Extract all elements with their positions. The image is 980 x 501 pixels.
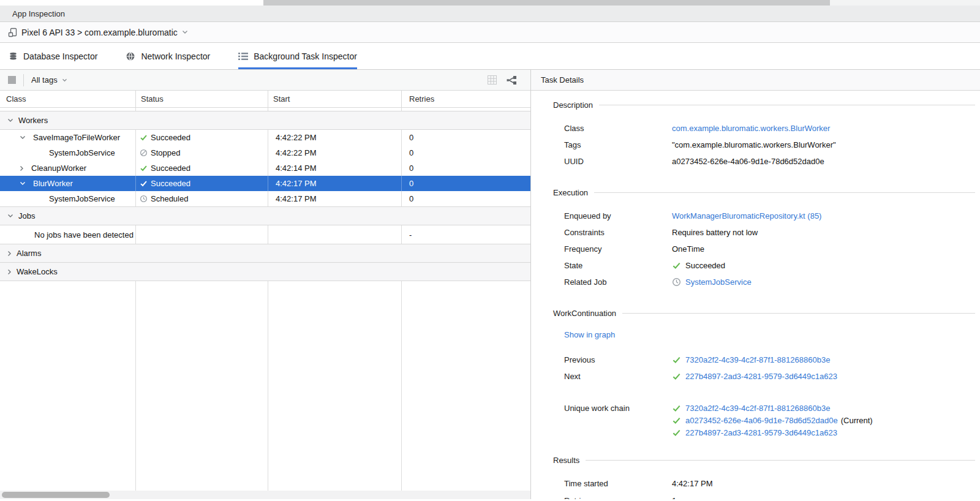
detail-row-constraints: Constraints Requires battery not low <box>553 224 975 241</box>
succeeded-icon <box>672 404 681 413</box>
group-label: WakeLocks <box>17 267 58 276</box>
worker-status: Succeeded <box>151 179 190 188</box>
table-toolbar: All tags <box>0 70 530 91</box>
table-row[interactable]: CleanupWorker Succeeded 4:42:14 PM 0 <box>0 160 530 176</box>
succeeded-icon <box>672 261 681 270</box>
group-row-workers[interactable]: Workers <box>0 111 530 130</box>
tab-network-inspector[interactable]: Network Inspector <box>126 43 210 69</box>
frequency-value: OneTime <box>672 244 704 254</box>
detail-row-state: State Succeeded <box>553 257 975 274</box>
horizontal-scrollbar[interactable] <box>0 491 530 499</box>
worker-retries: 0 <box>402 176 530 191</box>
stop-inspection-button[interactable] <box>8 76 16 84</box>
scheduled-icon <box>672 277 681 287</box>
detail-key: UUID <box>564 157 672 166</box>
group-row-jobs[interactable]: Jobs <box>0 206 530 225</box>
chevron-down-icon <box>20 135 26 140</box>
section-label: Description <box>553 100 599 110</box>
chevron-right-icon <box>7 269 12 275</box>
device-icon <box>8 28 18 37</box>
detail-key: Next <box>564 372 672 381</box>
section-label: Execution <box>553 188 594 197</box>
worker-class: SaveImageToFileWorker <box>33 133 120 142</box>
chain-uuid-link[interactable]: a0273452-626e-4a06-9d1e-78d6d52dad0e <box>685 416 838 425</box>
detail-key: Frequency <box>564 244 672 254</box>
succeeded-icon <box>672 428 681 437</box>
group-label: Jobs <box>18 211 35 220</box>
empty-jobs-retries: - <box>402 225 530 244</box>
section-label: Results <box>553 456 586 465</box>
worker-class: BlurWorker <box>33 179 73 188</box>
device-process-selector[interactable]: Pixel 6 API 33 > com.example.bluromatic <box>0 22 980 43</box>
state-value: Succeeded <box>685 261 725 270</box>
detail-key: Constraints <box>564 228 672 237</box>
class-link[interactable]: com.example.bluromatic.workers.BlurWorke… <box>672 124 830 133</box>
detail-key: Tags <box>564 140 672 149</box>
chain-uuid-link[interactable]: 7320a2f2-4c39-4c2f-87f1-881268860b3e <box>685 404 830 413</box>
detail-row-related-job: Related Job SystemJobService <box>553 274 975 290</box>
table-row[interactable]: SystemJobService Scheduled 4:42:17 PM 0 <box>0 191 530 206</box>
worker-class: CleanupWorker <box>31 164 86 173</box>
globe-icon <box>126 51 135 61</box>
tags-value: "com.example.bluromatic.workers.BlurWork… <box>672 140 836 149</box>
group-row-alarms[interactable]: Alarms <box>0 244 530 263</box>
column-header-class[interactable]: Class <box>0 91 136 107</box>
tab-database-inspector[interactable]: Database Inspector <box>9 43 97 69</box>
chain-row: 227b4897-2ad3-4281-9579-3d6449c1a623 <box>553 426 975 439</box>
detail-row-class: Class com.example.bluromatic.workers.Blu… <box>553 120 975 137</box>
tab-background-task-inspector[interactable]: Background Task Inspector <box>238 43 357 69</box>
tab-label: Network Inspector <box>141 51 210 61</box>
worker-retries: 0 <box>402 130 530 145</box>
graph-view-button[interactable] <box>507 75 517 85</box>
scheduled-icon <box>140 195 148 203</box>
chain-uuid-link[interactable]: 227b4897-2ad3-4281-9579-3d6449c1a623 <box>685 428 837 437</box>
worker-retries: 0 <box>402 191 530 206</box>
uuid-value: a0273452-626e-4a06-9d1e-78d6d52dad0e <box>672 157 824 166</box>
detail-row-tags: Tags "com.example.bluromatic.workers.Blu… <box>553 137 975 153</box>
worker-status: Succeeded <box>151 164 190 173</box>
previous-uuid-link[interactable]: 7320a2f2-4c39-4c2f-87f1-881268860b3e <box>685 355 830 364</box>
worker-class: SystemJobService <box>49 148 115 157</box>
task-details-panel: Task Details Description Class com.examp… <box>531 70 980 499</box>
detail-key: Related Job <box>564 277 672 287</box>
detail-row-enqueued-by: Enqueued by WorkManagerBluromaticReposit… <box>553 208 975 224</box>
scrollbar-thumb[interactable] <box>2 492 110 498</box>
related-job-link[interactable]: SystemJobService <box>685 277 752 287</box>
worker-retries: 0 <box>402 160 530 176</box>
group-row-wakelocks[interactable]: WakeLocks <box>0 262 530 281</box>
current-marker: (Current) <box>841 416 873 425</box>
column-header-retries[interactable]: Retries <box>402 91 530 107</box>
enqueued-by-link[interactable]: WorkManagerBluromaticRepository.kt (85) <box>672 211 821 220</box>
database-icon <box>9 51 18 61</box>
section-rule <box>599 105 975 105</box>
table-row[interactable]: SaveImageToFileWorker Succeeded 4:42:22 … <box>0 130 530 145</box>
detail-key: State <box>564 261 672 270</box>
task-list-icon <box>238 52 248 61</box>
column-header-status[interactable]: Status <box>136 91 268 107</box>
table-view-icon <box>488 75 497 85</box>
next-uuid-link[interactable]: 227b4897-2ad3-4281-9579-3d6449c1a623 <box>685 372 837 381</box>
empty-jobs-text: No jobs have been detected <box>0 225 136 244</box>
show-in-graph-link[interactable]: Show in graph <box>564 330 615 339</box>
table-view-button[interactable] <box>488 75 497 85</box>
detail-row-next: Next 227b4897-2ad3-4281-9579-3d6449c1a62… <box>553 368 975 385</box>
toolbar-separator <box>23 74 24 86</box>
tab-label: Background Task Inspector <box>254 51 357 61</box>
worker-retries: 0 <box>402 145 530 160</box>
table-row[interactable]: SystemJobService Stopped 4:42:22 PM 0 <box>0 145 530 160</box>
tool-window-title: App Inspection <box>12 9 65 18</box>
succeeded-icon <box>672 355 681 364</box>
column-header-start[interactable]: Start <box>268 91 402 107</box>
detail-key: Class <box>564 124 672 133</box>
detail-row-frequency: Frequency OneTime <box>553 241 975 257</box>
section-results: Results <box>553 456 975 465</box>
stopped-icon <box>140 149 148 157</box>
detail-key: Retries <box>564 496 672 499</box>
detail-key: Unique work chain <box>564 404 672 413</box>
worker-start: 4:42:22 PM <box>268 145 402 160</box>
worker-start: 4:42:17 PM <box>268 176 402 191</box>
task-table-panel: All tags C <box>0 70 531 499</box>
all-tags-dropdown[interactable]: All tags <box>31 75 67 85</box>
task-details-title: Task Details <box>541 75 584 85</box>
table-row-selected-blurworker[interactable]: BlurWorker Succeeded 4:42:17 PM 0 <box>0 176 530 191</box>
